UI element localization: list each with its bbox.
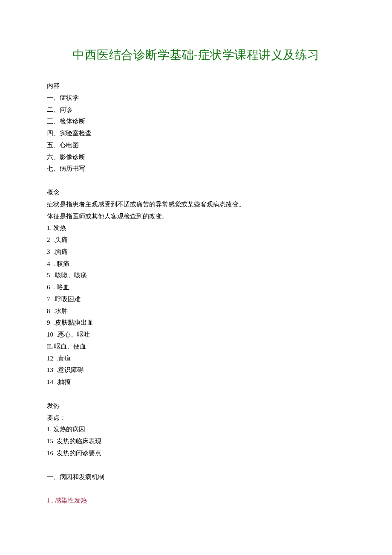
toc-item: 一、症状学	[47, 92, 345, 104]
list-item: 14 .抽搐	[47, 376, 345, 388]
toc-item: 三、检体诊断	[47, 116, 345, 128]
section-heading: 1 . 感染性发热	[47, 495, 345, 507]
list-item: 10 .恶心、呕吐	[47, 329, 345, 341]
section-heading: 内容	[47, 80, 345, 92]
document-page: 中西医结合诊断学基础-症状学课程讲义及练习 内容 一、症状学 二、问诊 三、检体…	[0, 0, 392, 544]
body-text: 症状是指患者主观感受到不适或痛苦的异常感觉或某些客观病态改变。	[47, 199, 345, 211]
list-item: 15 发热的临床表现	[47, 436, 345, 447]
toc-item: 七、病历书写	[47, 163, 345, 175]
list-item: 3 .胸痛	[47, 246, 345, 258]
list-item: 2 .头痛	[47, 234, 345, 246]
section-fever: 发热 要点： 1. 发热的病因 15 发热的临床表现 16 发热的问诊要点	[47, 400, 345, 459]
list-item: 13 .意识障碍	[47, 364, 345, 376]
list-item: 16 发热的问诊要点	[47, 447, 345, 459]
body-text: 要点：	[47, 412, 345, 424]
list-item: 7 .呼吸困难	[47, 293, 345, 305]
section-heading: 一、病因和发病机制	[47, 471, 345, 483]
document-title: 中西医结合诊断学基础-症状学课程讲义及练习	[47, 47, 345, 63]
toc-item: 六、影像诊断	[47, 151, 345, 163]
list-item: 1. 发热的病因	[47, 424, 345, 436]
section-heading: 发热	[47, 400, 345, 412]
section-etiology: 一、病因和发病机制	[47, 471, 345, 483]
body-text: 体征是指医师或其他人客观检查到的改变。	[47, 211, 345, 223]
list-item: IL 呕血、便血	[47, 341, 345, 353]
list-item: 9 .皮肤黏膜出血	[47, 317, 345, 329]
toc-item: 五、心电图	[47, 139, 345, 151]
section-contents: 内容 一、症状学 二、问诊 三、检体诊断 四、实验室检查 五、心电图 六、影像诊…	[47, 80, 345, 175]
toc-item: 二、问诊	[47, 104, 345, 116]
list-item: 5 .咳嗽、咳痰	[47, 270, 345, 282]
list-item: 8 .水肿	[47, 305, 345, 317]
list-item: 4 . 腹痛	[47, 258, 345, 270]
section-concept: 概念 症状是指患者主观感受到不适或痛苦的异常感觉或某些客观病态改变。 体征是指医…	[47, 187, 345, 388]
list-item: 12 .黄疸	[47, 353, 345, 365]
section-infectious: 1 . 感染性发热	[47, 495, 345, 507]
toc-item: 四、实验室检查	[47, 128, 345, 139]
section-heading: 概念	[47, 187, 345, 199]
list-item: 1. 发热	[47, 222, 345, 234]
list-item: 6 . 咯血	[47, 282, 345, 293]
